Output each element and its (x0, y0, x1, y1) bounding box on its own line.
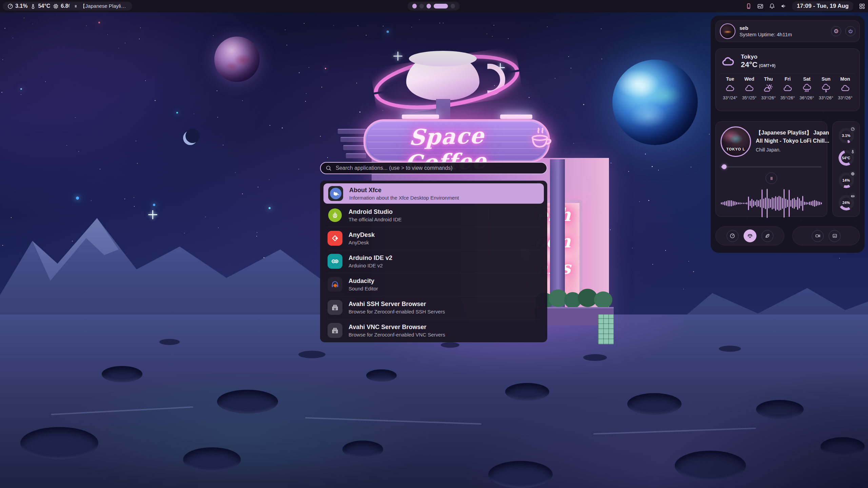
album-art-text: TOKYO L (722, 147, 750, 151)
pause-icon (74, 4, 78, 8)
weather-temp: 24°C (741, 60, 757, 69)
forecast-day: Fri (778, 76, 797, 82)
track-subtitle: Chill Japan. (756, 147, 822, 152)
overview-icon[interactable] (859, 3, 865, 9)
disk-icon (849, 193, 856, 200)
forecast-temps: 35°/25° (740, 95, 759, 100)
app-name: Android Studio (349, 208, 401, 216)
app-row-arduino[interactable]: Arduino IDE v2 Arduino IDE v2 (320, 250, 547, 273)
bell-icon[interactable] (769, 3, 775, 9)
workspace-switcher[interactable] (408, 2, 460, 11)
gauge-icon (7, 3, 13, 9)
track-title-line1: 【Japanese Playlist】 Japan (756, 129, 822, 137)
app-name: Avahi VNC Server Browser (349, 324, 445, 331)
forecast-temps: 35°/26° (778, 95, 797, 100)
workspace-dot-occupied[interactable] (427, 4, 431, 8)
screen-record-button[interactable] (812, 230, 824, 242)
workspace-dot-occupied[interactable] (412, 4, 417, 8)
cpu-usage-value: 3.1% (15, 3, 27, 9)
app-row-anydesk[interactable]: AnyDesk AnyDesk (320, 227, 547, 250)
seek-bar[interactable] (721, 164, 822, 169)
power-button[interactable] (845, 26, 855, 36)
balanced-profile-button[interactable] (744, 229, 756, 242)
workspace-dot-active[interactable] (434, 4, 448, 8)
gear-icon: ⚙ (833, 28, 839, 34)
control-panel: seb System Uptime: 4h11m ⚙ Tokyo 24°C (G… (711, 16, 865, 253)
app-name: Arduino IDE v2 (349, 255, 392, 262)
cpu-gauge: 3.1% (839, 128, 854, 143)
forecast-temps: 33°/26° (816, 95, 836, 100)
username: seb (739, 25, 827, 31)
leaf-icon (765, 233, 770, 239)
forecast-row: Tue Wed Thu Fri Sat Sun Mon 33°/24° 35°/… (721, 76, 855, 100)
app-row-avahi-ssh[interactable]: Avahi SSH Server Browser Browse for Zero… (320, 296, 547, 319)
forecast-day: Wed (740, 76, 759, 82)
clock[interactable]: 17:09 - Tue, 19 Aug (792, 1, 853, 11)
app-description: AnyDesk (349, 240, 375, 245)
weather-timezone: (GMT+9) (759, 63, 775, 68)
desktop: esh oon ans Space Coffee 3.1% (0, 0, 868, 488)
app-description: Arduino IDE v2 (349, 263, 392, 268)
forecast-day: Tue (721, 76, 740, 82)
app-row-audacity[interactable]: Audacity Sound Editor (320, 273, 547, 296)
wallpaper-icon[interactable] (757, 3, 764, 9)
screenshot-icon (832, 233, 837, 239)
quick-actions-group (792, 226, 860, 245)
anydesk-icon (328, 231, 342, 246)
thermometer-icon (30, 3, 36, 9)
system-gauges: 3.1% 54°C 14% 24% (832, 121, 860, 217)
cloud-icon (740, 84, 759, 93)
settings-button[interactable]: ⚙ (831, 26, 841, 36)
play-pause-button[interactable] (766, 172, 777, 184)
forecast-temps: 33°/26° (835, 95, 855, 100)
search-input[interactable] (335, 165, 542, 171)
volume-icon[interactable] (781, 3, 787, 9)
system-stats-pill: 3.1% 54°C 6.8G (3, 2, 77, 11)
gauge-icon (849, 126, 856, 133)
search-bar[interactable] (320, 162, 547, 174)
temperature-stat: 54°C (30, 3, 50, 9)
cloud-icon (778, 84, 797, 93)
rain-cloud-icon (797, 84, 816, 93)
forecast-temps: 33°/24° (721, 95, 740, 100)
app-description: The official Android IDE (349, 217, 401, 222)
weather-widget: Tokyo 24°C (GMT+9) Tue Wed Thu Fri Sat S… (715, 48, 860, 111)
workspace-dot-empty[interactable] (419, 4, 424, 8)
temperature-value: 54°C (38, 3, 50, 9)
app-description: Sound Editor (349, 286, 378, 291)
chip-icon (53, 3, 59, 9)
avatar (720, 23, 735, 39)
cloud-icon (721, 84, 740, 93)
workspace-dot-empty[interactable] (451, 4, 455, 8)
search-icon (326, 165, 332, 171)
video-camera-icon (815, 233, 821, 239)
app-row-avahi-vnc[interactable]: Avahi VNC Server Browser Browse for Zero… (320, 319, 547, 342)
network-port-icon (328, 300, 342, 315)
power-saver-profile-button[interactable] (762, 230, 773, 242)
app-row-about-xfce[interactable]: About Xfce Information about the Xfce De… (323, 183, 544, 204)
music-widget: TOKYO L 【Japanese Playlist】 Japan All Ni… (715, 121, 827, 217)
gauge-icon (730, 233, 735, 239)
android-studio-icon (328, 208, 342, 223)
screenshot-button[interactable] (829, 230, 841, 242)
cloud-icon (721, 55, 735, 68)
forecast-temps: 33°/26° (759, 95, 778, 100)
now-playing-pill[interactable]: 【Japanese Playlist】 J... (69, 2, 132, 11)
audio-visualizer (721, 188, 822, 219)
performance-profile-button[interactable] (727, 230, 738, 242)
arduino-icon (328, 254, 342, 269)
pause-icon (769, 176, 774, 181)
thermometer-icon (849, 148, 856, 155)
power-profile-group (715, 226, 784, 245)
now-playing-label: 【Japanese Playlist】 J... (80, 3, 127, 9)
chip-icon (849, 170, 856, 177)
power-icon (848, 29, 853, 34)
app-row-android-studio[interactable]: Android Studio The official Android IDE (320, 204, 547, 227)
forecast-day: Thu (759, 76, 778, 82)
forecast-day: Mon (835, 76, 855, 82)
phone-icon[interactable] (746, 3, 752, 9)
sun-cloud-icon (759, 84, 778, 93)
app-name: About Xfce (349, 187, 459, 194)
app-description: Information about the Xfce Desktop Envir… (349, 195, 459, 201)
disk-gauge: 24% (839, 195, 854, 210)
